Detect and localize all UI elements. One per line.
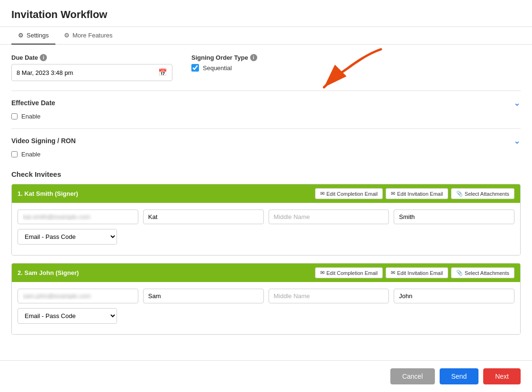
envelope-icon-1b: ✉ — [391, 191, 395, 197]
envelope-icon-2b: ✉ — [391, 270, 395, 276]
invitee-2-actions: ✉ Edit Completion Email ✉ Edit Invitatio… — [315, 267, 514, 278]
effective-date-section: Effective Date ⌄ Enable — [11, 91, 521, 128]
page-header: Invitation Workflow — [0, 0, 532, 27]
sequential-checkbox-row: Sequential — [191, 64, 257, 72]
effective-date-content: Enable — [11, 108, 521, 122]
due-date-group: Due Date i 📅 — [11, 54, 172, 81]
effective-date-enable-row: Enable — [11, 113, 521, 120]
invitee-2-select-attachments-btn[interactable]: 📎 Select Attachments — [451, 267, 514, 278]
invitee-1-name-row — [18, 210, 514, 224]
effective-date-header[interactable]: Effective Date ⌄ — [11, 98, 521, 108]
invitee-1-edit-completion-btn[interactable]: ✉ Edit Completion Email — [315, 188, 383, 199]
video-signing-chevron: ⌄ — [514, 136, 521, 146]
due-date-input[interactable] — [12, 65, 153, 80]
invitee-header-1: 1. Kat Smith (Signer) ✉ Edit Completion … — [12, 184, 520, 203]
signing-order-label: Signing Order Type i — [191, 54, 257, 61]
invitee-header-2: 2. Sam John (Signer) ✉ Edit Completion E… — [12, 264, 520, 282]
tab-more-features-label: More Features — [72, 32, 113, 39]
invitee-1-auth-select[interactable]: Email - Pass Code SMS Knowledge-Based Au… — [18, 229, 117, 245]
invitee-2-edit-completion-btn[interactable]: ✉ Edit Completion Email — [315, 267, 383, 278]
top-fields-row: Due Date i 📅 Signing Order Type i — [11, 54, 521, 81]
sequential-checkbox[interactable] — [191, 64, 199, 72]
invitee-2-name: 2. Sam John (Signer) — [18, 269, 79, 276]
invitee-1-email[interactable] — [18, 210, 138, 224]
tab-settings-label: Settings — [27, 32, 49, 39]
invitee-card-2: 2. Sam John (Signer) ✉ Edit Completion E… — [11, 263, 521, 335]
invitee-2-last-name[interactable] — [394, 289, 514, 303]
calendar-icon[interactable]: 📅 — [153, 64, 172, 81]
video-signing-checkbox[interactable] — [11, 151, 18, 157]
invitee-card-1: 1. Kat Smith (Signer) ✉ Edit Completion … — [11, 184, 521, 255]
check-invitees-title: Check Invitees — [11, 170, 521, 178]
invitee-1-edit-invitation-btn[interactable]: ✉ Edit Invitation Email — [386, 188, 448, 199]
invitee-1-fields: Email - Pass Code SMS Knowledge-Based Au… — [12, 203, 520, 255]
invitee-2-fields: Email - Pass Code SMS Knowledge-Based Au… — [12, 282, 520, 334]
signing-order-group: Signing Order Type i Sequential — [191, 54, 257, 72]
attachment-icon-2: 📎 — [456, 270, 463, 276]
invitee-2-middle-name[interactable] — [269, 289, 389, 303]
envelope-icon-1a: ✉ — [320, 191, 325, 197]
effective-date-title: Effective Date — [11, 99, 55, 107]
invitee-1-name: 1. Kat Smith (Signer) — [18, 190, 78, 197]
invitee-1-auth-row: Email - Pass Code SMS Knowledge-Based Au… — [18, 229, 514, 245]
tab-more-features[interactable]: ⚙ More Features — [57, 27, 119, 45]
invitee-2-edit-invitation-btn[interactable]: ✉ Edit Invitation Email — [386, 267, 448, 278]
invitee-2-first-name[interactable] — [143, 289, 264, 303]
effective-date-checkbox[interactable] — [11, 113, 18, 119]
due-date-input-wrapper: 📅 — [11, 64, 172, 81]
effective-date-enable-label: Enable — [21, 113, 40, 120]
due-date-label: Due Date i — [11, 54, 172, 61]
send-button[interactable]: Send — [440, 368, 479, 384]
invitee-2-email[interactable] — [18, 289, 138, 303]
footer-actions: Cancel Send Next — [0, 360, 532, 392]
video-signing-title: Video Signing / RON — [11, 137, 76, 145]
due-date-info-icon[interactable]: i — [40, 54, 47, 61]
video-signing-section: Video Signing / RON ⌄ Enable — [11, 128, 521, 166]
more-features-icon: ⚙ — [64, 32, 70, 39]
check-invitees-section: Check Invitees 1. Kat Smith (Signer) ✉ E… — [11, 170, 521, 335]
next-button[interactable]: Next — [483, 368, 521, 384]
video-signing-enable-row: Enable — [11, 151, 521, 158]
invitee-1-first-name[interactable] — [143, 210, 264, 224]
video-signing-header[interactable]: Video Signing / RON ⌄ — [11, 136, 521, 146]
invitee-1-middle-name[interactable] — [269, 210, 389, 224]
signing-order-info-icon[interactable]: i — [250, 54, 257, 61]
effective-date-chevron: ⌄ — [514, 98, 521, 108]
tab-settings[interactable]: ⚙ Settings — [11, 27, 55, 45]
video-signing-enable-label: Enable — [21, 151, 40, 158]
video-signing-content: Enable — [11, 146, 521, 160]
invitee-1-select-attachments-btn[interactable]: 📎 Select Attachments — [451, 188, 514, 199]
page-title: Invitation Workflow — [11, 9, 521, 21]
invitee-2-auth-select[interactable]: Email - Pass Code SMS Knowledge-Based Au… — [18, 308, 117, 324]
attachment-icon-1: 📎 — [456, 191, 463, 197]
invitee-2-auth-row: Email - Pass Code SMS Knowledge-Based Au… — [18, 308, 514, 324]
invitee-1-actions: ✉ Edit Completion Email ✉ Edit Invitatio… — [315, 188, 514, 199]
cancel-button[interactable]: Cancel — [390, 368, 435, 384]
invitee-1-last-name[interactable] — [394, 210, 514, 224]
tabs-bar: ⚙ Settings ⚙ More Features — [0, 27, 532, 45]
envelope-icon-2a: ✉ — [320, 270, 325, 276]
sequential-label: Sequential — [203, 64, 232, 72]
settings-icon: ⚙ — [18, 32, 24, 39]
invitee-2-name-row — [18, 289, 514, 303]
content-area: Due Date i 📅 Signing Order Type i — [0, 45, 532, 360]
